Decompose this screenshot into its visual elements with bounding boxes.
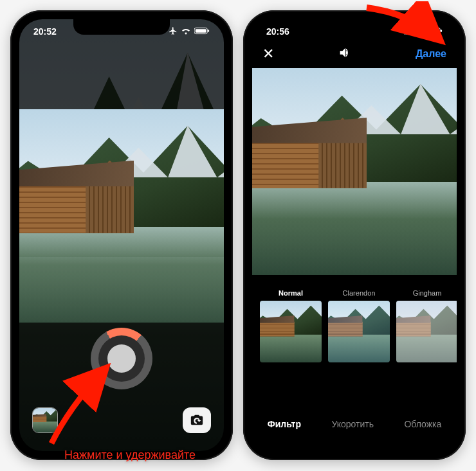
battery-icon	[194, 26, 210, 37]
tab-trim[interactable]: Укоротить	[331, 419, 374, 429]
tab-cover[interactable]: Обложка	[404, 419, 441, 429]
status-bar: 20:52	[19, 23, 224, 40]
switch-camera-button[interactable]	[183, 407, 211, 433]
filter-gingham[interactable]: Gingham	[396, 289, 457, 379]
filter-strip[interactable]: Normal Clarendon Gingham M	[252, 289, 457, 379]
edit-header: ✕ Далее	[252, 41, 457, 67]
phone-mock-left: 20:52	[10, 10, 233, 460]
switch-camera-icon	[190, 413, 204, 427]
svg-rect-1	[196, 29, 206, 33]
tab-filter[interactable]: Фильтр	[268, 419, 301, 429]
svg-rect-4	[428, 29, 439, 33]
record-button[interactable]	[91, 328, 152, 389]
airplane-icon	[169, 26, 178, 37]
record-button-inner	[107, 344, 136, 373]
svg-rect-5	[441, 30, 442, 32]
status-icons	[169, 26, 210, 37]
next-button[interactable]: Далее	[416, 48, 446, 60]
status-time: 20:52	[33, 26, 57, 37]
speaker-icon	[338, 46, 352, 60]
sound-toggle[interactable]	[338, 46, 352, 62]
status-time: 20:56	[266, 26, 289, 37]
edit-preview[interactable]	[252, 68, 457, 275]
filter-normal[interactable]: Normal	[260, 289, 322, 379]
status-icons	[401, 26, 443, 37]
status-bar: 20:56	[252, 23, 457, 40]
edit-tab-bar: Фильтр Укоротить Обложка	[252, 409, 457, 440]
phone-mock-right: 20:56 ✕ Далее	[243, 10, 466, 460]
close-button[interactable]: ✕	[262, 46, 274, 62]
gallery-thumbnail[interactable]	[32, 407, 58, 433]
filter-clarendon[interactable]: Clarendon	[328, 289, 390, 379]
annotation-caption: Нажмите и удерживайте	[64, 449, 196, 462]
filter-label: Gingham	[396, 289, 457, 297]
airplane-icon	[401, 26, 410, 37]
screen-edit: 20:56 ✕ Далее	[252, 19, 457, 451]
filter-label: Normal	[260, 289, 322, 297]
wifi-icon	[181, 26, 191, 37]
battery-icon	[427, 26, 443, 37]
svg-rect-2	[208, 30, 209, 32]
screen-camera: 20:52	[19, 19, 224, 451]
filter-label: Clarendon	[328, 289, 390, 297]
wifi-icon	[414, 26, 424, 37]
camera-viewport	[19, 19, 224, 451]
